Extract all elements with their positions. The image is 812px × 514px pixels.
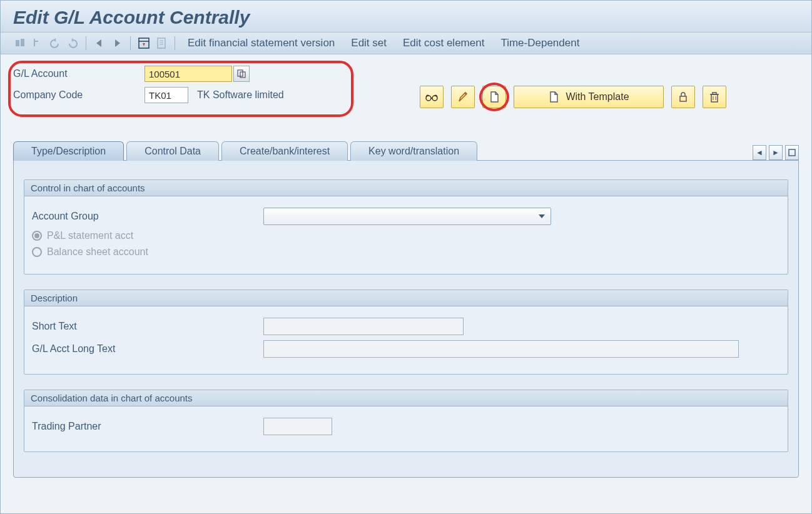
- account-group-label: Account Group: [32, 211, 263, 222]
- group-consolidation: Consolidation data in chart of accounts …: [24, 390, 788, 452]
- new-document-icon: [489, 91, 500, 103]
- create-button[interactable]: [482, 86, 506, 108]
- group-control: Control in chart of accounts Account Gro…: [24, 179, 788, 275]
- tab-body: Control in chart of accounts Account Gro…: [13, 160, 799, 478]
- group-description-title: Description: [24, 290, 788, 306]
- svg-rect-21: [713, 93, 716, 94]
- next-icon[interactable]: [110, 36, 124, 50]
- title-bar: Edit G/L Account Centrally: [1, 1, 811, 33]
- pl-statement-label: P&L statement acct: [47, 230, 133, 241]
- tab-region: Type/Description Control Data Create/ban…: [1, 141, 811, 478]
- svg-rect-22: [789, 149, 795, 156]
- trading-partner-input[interactable]: [263, 418, 332, 435]
- svg-marker-3: [115, 39, 120, 47]
- time-dependent-link[interactable]: Time-Dependent: [494, 37, 586, 49]
- svg-rect-1: [21, 39, 24, 46]
- sap-window: Edit G/L Account Centrally Edit financia…: [0, 0, 812, 514]
- svg-marker-23: [539, 214, 545, 218]
- new-document-icon: [548, 91, 559, 103]
- svg-rect-0: [16, 40, 19, 46]
- toolbar-separator: [175, 36, 175, 50]
- edit-cost-element-link[interactable]: Edit cost element: [397, 37, 490, 49]
- company-code-input[interactable]: [145, 87, 188, 103]
- group-description: Description Short Text G/L Acct Long Tex…: [24, 290, 788, 375]
- tab-scroll-right[interactable]: ►: [769, 145, 783, 160]
- tab-type-description[interactable]: Type/Description: [13, 141, 124, 161]
- delete-button[interactable]: [703, 86, 726, 108]
- company-code-label: Company Code: [13, 89, 145, 101]
- previous-object-icon[interactable]: [31, 36, 44, 50]
- tab-strip: Type/Description Control Data Create/ban…: [13, 141, 799, 160]
- other-object-icon[interactable]: [13, 36, 27, 50]
- pencil-icon: [457, 91, 469, 103]
- trading-partner-label: Trading Partner: [32, 421, 263, 432]
- toolbar-separator: [130, 36, 131, 50]
- undo-icon[interactable]: [48, 36, 62, 50]
- edit-set-link[interactable]: Edit set: [345, 37, 393, 49]
- tab-list-button[interactable]: [785, 145, 799, 160]
- short-text-label: Short Text: [32, 321, 263, 332]
- header-area: G/L Account Company Code TK Software lim…: [1, 54, 811, 116]
- company-code-text: TK Software limited: [197, 89, 284, 101]
- page-title: Edit G/L Account Centrally: [13, 7, 250, 28]
- svg-marker-2: [96, 39, 101, 47]
- tab-create-bank-interest[interactable]: Create/bank/interest: [221, 141, 348, 161]
- change-button[interactable]: [451, 86, 475, 108]
- tab-keyword-translation[interactable]: Key word/translation: [350, 141, 477, 161]
- lock-icon: [678, 91, 688, 103]
- redo-icon[interactable]: [66, 36, 79, 50]
- tab-scroll-left[interactable]: ◄: [753, 145, 766, 160]
- trash-icon: [709, 91, 720, 103]
- svg-rect-7: [158, 38, 165, 48]
- balance-sheet-label: Balance sheet account: [47, 246, 148, 258]
- prev-icon[interactable]: [93, 36, 106, 50]
- action-buttons: With Template: [420, 86, 726, 108]
- long-text-input[interactable]: [263, 340, 739, 358]
- svg-marker-6: [143, 43, 145, 46]
- gl-account-search-help[interactable]: [233, 66, 250, 82]
- tab-scroll-nav: ◄ ►: [753, 145, 799, 160]
- doc-icon[interactable]: [155, 36, 168, 50]
- display-button[interactable]: [420, 86, 444, 108]
- gl-account-row: G/L Account: [13, 66, 799, 82]
- group-consolidation-title: Consolidation data in chart of accounts: [24, 390, 788, 406]
- toolbar: Edit financial statement version Edit se…: [1, 33, 811, 54]
- short-text-input[interactable]: [263, 318, 464, 335]
- gl-account-input[interactable]: [145, 66, 232, 82]
- dropdown-icon: [538, 214, 546, 219]
- svg-rect-17: [711, 94, 718, 102]
- account-group-select[interactable]: [263, 208, 551, 225]
- edit-fin-statement-link[interactable]: Edit financial statement version: [181, 37, 341, 49]
- pl-statement-radio[interactable]: [32, 231, 42, 241]
- tab-control-data[interactable]: Control Data: [126, 141, 219, 161]
- layout-icon[interactable]: [137, 36, 151, 50]
- group-control-title: Control in chart of accounts: [24, 180, 788, 196]
- balance-sheet-radio[interactable]: [32, 247, 42, 257]
- toolbar-separator: [86, 36, 86, 50]
- with-template-button[interactable]: With Template: [514, 86, 664, 108]
- gl-account-label: G/L Account: [13, 68, 145, 79]
- with-template-label: With Template: [566, 91, 629, 103]
- svg-rect-16: [680, 96, 686, 101]
- lock-button[interactable]: [671, 86, 695, 108]
- long-text-label: G/L Acct Long Text: [32, 343, 263, 355]
- glasses-icon: [425, 91, 439, 103]
